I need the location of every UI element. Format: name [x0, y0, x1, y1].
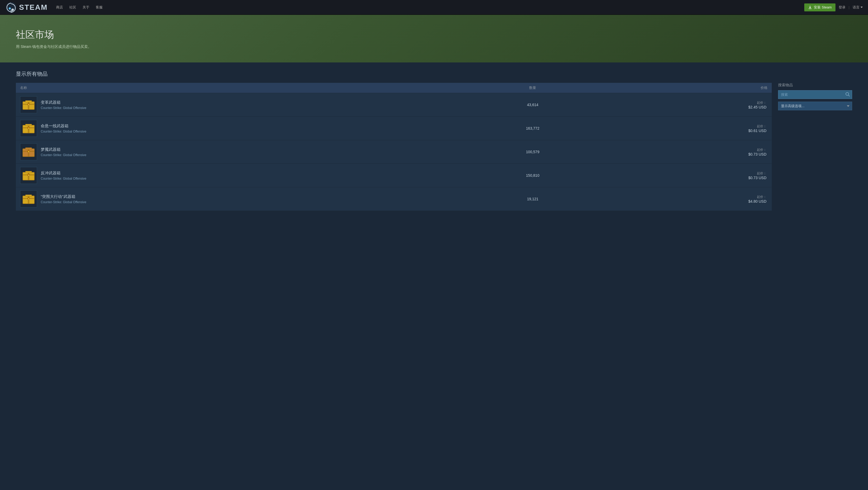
price-label: 起价：: [604, 195, 767, 199]
nav-support[interactable]: 客服: [96, 5, 103, 10]
nav-about[interactable]: 关于: [83, 5, 89, 10]
nav-divider: |: [849, 5, 849, 9]
svg-point-2: [12, 9, 14, 10]
item-name: 变革武器箱: [41, 100, 87, 105]
price-value: $0.73 USD: [604, 152, 767, 156]
item-name: 命悬一线武器箱: [41, 124, 87, 129]
item-quantity: 19,121: [467, 187, 598, 211]
main-nav: 商店 社区 关于 客服: [56, 5, 103, 10]
item-quantity: 43,614: [467, 93, 598, 117]
download-icon: [808, 5, 812, 9]
table-row[interactable]: ★ 命悬一线武器箱 Counter-Strike: Global Offensi…: [16, 117, 772, 140]
search-box: [778, 90, 852, 99]
col-price: 价格: [598, 83, 772, 93]
main-content: 显示所有物品 名称 数量 价格 ★ 变革武器箱 Cou: [0, 62, 868, 219]
price-value: $4.80 USD: [604, 199, 767, 204]
price-label: 起价：: [604, 124, 767, 129]
price-value: $0.73 USD: [604, 176, 767, 180]
item-cell: ★ "突围大行动"武器箱 Counter-Strike: Global Offe…: [16, 187, 467, 211]
hero-banner: 社区市场 用 Steam 钱包资金与社区成员进行物品买卖。: [0, 15, 868, 62]
item-price: 起价： $0.73 USD: [598, 140, 772, 164]
nav-store[interactable]: 商店: [56, 5, 63, 10]
logo[interactable]: STEAM: [5, 2, 48, 13]
advanced-options-wrapper: 显示高级选项...: [778, 101, 852, 110]
steam-logo-icon: [5, 2, 17, 13]
item-name: 反冲武器箱: [41, 171, 87, 176]
language-button[interactable]: 语言: [852, 5, 863, 10]
price-label: 起价：: [604, 171, 767, 176]
item-game: Counter-Strike: Global Offensive: [41, 177, 87, 180]
item-quantity: 150,810: [467, 164, 598, 187]
svg-rect-5: [28, 101, 29, 110]
crate-icon: ★: [22, 145, 35, 159]
table-row[interactable]: ★ "突围大行动"武器箱 Counter-Strike: Global Offe…: [16, 187, 772, 211]
item-quantity: 100,579: [467, 140, 598, 164]
section-title: 显示所有物品: [16, 70, 852, 78]
price-value: $2.45 USD: [604, 105, 767, 109]
chevron-down-icon: [861, 7, 863, 8]
sidebar-title: 搜索物品: [778, 83, 852, 88]
logo-text: STEAM: [19, 3, 48, 12]
install-steam-button[interactable]: 安装 Steam: [804, 3, 835, 11]
item-thumbnail: ★: [20, 167, 37, 184]
item-cell: ★ 梦魇武器箱 Counter-Strike: Global Offensive: [16, 140, 467, 163]
crate-icon: ★: [22, 98, 35, 112]
price-label: 起价：: [604, 100, 767, 105]
table-row[interactable]: ★ 变革武器箱 Counter-Strike: Global Offensive…: [16, 93, 772, 117]
item-cell: ★ 变革武器箱 Counter-Strike: Global Offensive: [16, 93, 467, 116]
svg-rect-12: [25, 124, 32, 126]
svg-rect-24: [25, 171, 32, 173]
crate-icon: ★: [22, 169, 35, 182]
crate-icon: ★: [22, 121, 35, 135]
topbar: STEAM 商店 社区 关于 客服 安装 Steam 登录 | 语言: [0, 0, 868, 15]
item-info: 命悬一线武器箱 Counter-Strike: Global Offensive: [41, 124, 87, 133]
svg-rect-30: [25, 195, 32, 196]
hero-title: 社区市场: [16, 28, 852, 41]
item-cell: ★ 反冲武器箱 Counter-Strike: Global Offensive: [16, 164, 467, 187]
sidebar: 搜索物品 显示高级选项...: [778, 83, 852, 110]
search-button[interactable]: [845, 92, 850, 97]
table-header-row: 名称 数量 价格: [16, 83, 772, 93]
item-game: Counter-Strike: Global Offensive: [41, 153, 87, 157]
col-qty: 数量: [467, 83, 598, 93]
market-table: 名称 数量 价格 ★ 变革武器箱 Counter-Strike: Global …: [16, 83, 772, 211]
topbar-left: STEAM 商店 社区 关于 客服: [5, 2, 103, 13]
item-cell: ★ 命悬一线武器箱 Counter-Strike: Global Offensi…: [16, 117, 467, 140]
item-thumbnail: ★: [20, 190, 37, 208]
svg-rect-11: [28, 125, 29, 133]
item-game: Counter-Strike: Global Offensive: [41, 200, 87, 204]
login-link[interactable]: 登录: [839, 5, 845, 10]
item-thumbnail: ★: [20, 96, 37, 113]
svg-rect-23: [28, 172, 29, 180]
item-price: 起价： $0.61 USD: [598, 117, 772, 140]
svg-line-34: [848, 95, 850, 96]
svg-rect-29: [28, 196, 29, 204]
item-thumbnail: ★: [20, 144, 37, 160]
price-value: $0.61 USD: [604, 129, 767, 133]
search-icon: [845, 92, 850, 97]
advanced-options-select[interactable]: 显示高级选项...: [778, 101, 852, 110]
item-price: 起价： $2.45 USD: [598, 93, 772, 117]
topbar-right: 安装 Steam 登录 | 语言: [804, 3, 863, 11]
item-price: 起价： $4.80 USD: [598, 187, 772, 211]
price-label: 起价：: [604, 148, 767, 152]
hero-subtitle: 用 Steam 钱包资金与社区成员进行物品买卖。: [16, 44, 852, 49]
nav-community[interactable]: 社区: [69, 5, 76, 10]
item-price: 起价： $0.73 USD: [598, 164, 772, 187]
svg-rect-6: [25, 100, 32, 102]
item-info: 变革武器箱 Counter-Strike: Global Offensive: [41, 100, 87, 110]
svg-point-1: [9, 7, 11, 9]
item-info: "突围大行动"武器箱 Counter-Strike: Global Offens…: [41, 194, 87, 204]
col-name: 名称: [16, 83, 467, 93]
item-thumbnail: ★: [20, 120, 37, 137]
item-game: Counter-Strike: Global Offensive: [41, 106, 87, 110]
item-info: 反冲武器箱 Counter-Strike: Global Offensive: [41, 171, 87, 180]
search-input[interactable]: [778, 90, 852, 99]
item-name: 梦魇武器箱: [41, 147, 87, 152]
table-row[interactable]: ★ 反冲武器箱 Counter-Strike: Global Offensive…: [16, 164, 772, 187]
content-layout: 名称 数量 价格 ★ 变革武器箱 Counter-Strike: Global …: [16, 83, 852, 211]
crate-icon: ★: [22, 192, 35, 206]
item-quantity: 163,772: [467, 117, 598, 140]
table-row[interactable]: ★ 梦魇武器箱 Counter-Strike: Global Offensive…: [16, 140, 772, 164]
item-info: 梦魇武器箱 Counter-Strike: Global Offensive: [41, 147, 87, 157]
